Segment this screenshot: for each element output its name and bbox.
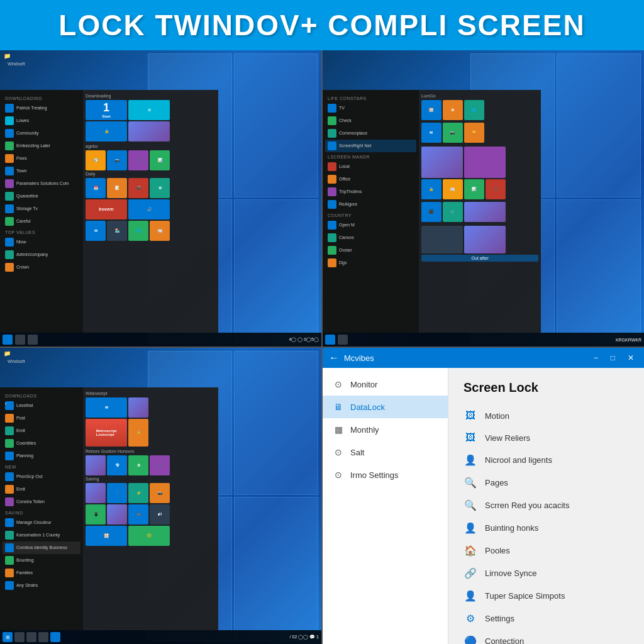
sidebar-item-irmo[interactable]: ⊙ Irmo Settings	[323, 464, 448, 486]
menu-item[interactable]: Karsomation 1 County	[3, 529, 80, 541]
tile[interactable]: ⚙	[150, 178, 170, 198]
menu-item[interactable]: PhonScp Out	[3, 470, 80, 483]
menu-item[interactable]: Ocean	[325, 244, 416, 257]
menu-item[interactable]: Nlow	[3, 236, 80, 248]
menu-item[interactable]: Emit	[3, 483, 80, 496]
menu-item[interactable]: Constra Tolten	[3, 496, 80, 508]
back-button[interactable]: ←	[329, 352, 339, 364]
settings-item-contection[interactable]: 🔵 Contection	[464, 630, 629, 644]
settings-item-buinting[interactable]: 👤 Buinting honks	[464, 517, 629, 540]
tile[interactable]: ⚡	[128, 483, 148, 503]
menu-item[interactable]: Crown	[3, 261, 80, 274]
menu-item[interactable]: Careful	[3, 215, 80, 228]
tile[interactable]: 📷	[150, 483, 170, 503]
tile[interactable]: ⊙	[128, 100, 170, 120]
menu-item[interactable]: Office	[325, 173, 416, 186]
settings-item-tuper[interactable]: 👤 Tuper Sapice Simpots	[464, 585, 629, 608]
minimize-button[interactable]: −	[590, 352, 602, 364]
menu-item[interactable]: Quarantine	[3, 190, 80, 203]
tile[interactable]: 🎮	[128, 504, 148, 525]
menu-item[interactable]: Commonplace	[325, 127, 416, 140]
menu-item[interactable]: Any Strahs	[3, 579, 80, 592]
settings-item-settings[interactable]: ⚙ Settings	[464, 608, 629, 630]
tile[interactable]: 👤	[107, 483, 127, 503]
sidebar-item-datalock[interactable]: 🖥 DataLock	[323, 396, 448, 418]
tile[interactable]	[464, 147, 506, 178]
menu-item[interactable]: TV	[325, 102, 416, 114]
tile[interactable]: 📊	[464, 179, 484, 199]
tile[interactable]: 🎬	[128, 178, 148, 198]
tile[interactable]: MetroscriptLostscript	[86, 419, 127, 447]
menu-item[interactable]: Fixes	[3, 152, 80, 165]
tile[interactable]: ✉	[421, 123, 441, 143]
menu-item[interactable]: • Lessthat	[3, 399, 80, 412]
sidebar-item-monthly[interactable]: ▦ Monthly	[323, 418, 448, 441]
tile[interactable]: 1 Start	[86, 100, 127, 120]
menu-item[interactable]: Town	[3, 165, 80, 177]
tile[interactable]: 📰	[443, 179, 463, 199]
tile[interactable]: 🎵	[150, 455, 170, 475]
maximize-button[interactable]: □	[607, 352, 619, 364]
menu-item[interactable]: Dgs	[325, 257, 416, 269]
settings-item-pages[interactable]: 🔍 Pages	[464, 472, 629, 494]
tile[interactable]: 🏪	[107, 221, 127, 241]
menu-item[interactable]: Open M	[325, 219, 416, 231]
menu-item[interactable]: Post	[3, 412, 80, 425]
tile[interactable]: 🪟	[86, 526, 127, 546]
menu-item[interactable]: Admin/company	[3, 248, 80, 261]
menu-item[interactable]: Embezzling Later	[3, 140, 80, 152]
tile[interactable]: ✉	[86, 221, 106, 241]
menu-item[interactable]: Coentitles	[3, 437, 80, 450]
tile[interactable]: 🌐	[464, 100, 484, 120]
tile[interactable]: 🔒	[421, 179, 441, 199]
tile[interactable]: 🏆	[464, 123, 484, 143]
tile[interactable]	[86, 455, 106, 475]
tile[interactable]	[128, 121, 170, 142]
menu-item[interactable]: Canvos	[325, 231, 416, 244]
tile[interactable]	[128, 397, 148, 418]
tile[interactable]: 🛒	[443, 202, 463, 222]
menu-item[interactable]: Planning	[3, 450, 80, 462]
menu-item[interactable]: Storage Tv	[3, 203, 80, 215]
tile[interactable]: 📷	[443, 123, 463, 143]
tile[interactable]: 🔊	[128, 199, 170, 219]
menu-item[interactable]: Patrick Treating	[3, 102, 80, 114]
tile[interactable]: 🟢	[128, 526, 170, 546]
sidebar-item-salt[interactable]: ⊙ Salt	[323, 441, 448, 464]
settings-item-motion[interactable]: 🖼 Motion	[464, 405, 629, 427]
tile[interactable]	[464, 202, 506, 222]
menu-item[interactable]: Emit	[3, 425, 80, 437]
close-button[interactable]: ✕	[624, 352, 638, 364]
tile[interactable]	[107, 504, 127, 525]
tile[interactable]: ⚙	[128, 455, 148, 475]
tile[interactable]: Irovern	[86, 199, 127, 219]
tile[interactable]: 🪟	[421, 100, 441, 120]
menu-item[interactable]: Check	[325, 114, 416, 127]
menu-item[interactable]: Paramaters Solutions Com	[3, 177, 80, 190]
tile[interactable]: 💎	[86, 150, 106, 170]
settings-item-view-reliers[interactable]: 🖼 View Reliers	[464, 427, 629, 449]
menu-item[interactable]: Families	[3, 567, 80, 579]
tile[interactable]: ⚙	[443, 100, 463, 120]
menu-item[interactable]: Community	[3, 127, 80, 140]
menu-item[interactable]: ScreenRight Net	[325, 140, 416, 152]
tile[interactable]	[464, 226, 506, 253]
tile[interactable]: 📰	[150, 221, 170, 241]
tile[interactable]: 🏷	[150, 504, 170, 525]
menu-item[interactable]: Bounting	[3, 554, 80, 567]
tile[interactable]: 🔒	[128, 419, 148, 447]
settings-item-nicrool[interactable]: 👤 Nicrool and ligents	[464, 449, 629, 472]
menu-item[interactable]: Lowes	[3, 114, 80, 127]
tile[interactable]: 🎵	[486, 179, 506, 199]
settings-item-screen-red[interactable]: 🔍 Scrren Red you acacits	[464, 494, 629, 517]
settings-item-lirnove[interactable]: 🔗 Lirnove Synce	[464, 562, 629, 585]
sidebar-item-monitor[interactable]: ⊙ Monitor	[323, 373, 448, 396]
tile[interactable]	[421, 226, 463, 253]
tile[interactable]: 📝	[107, 178, 127, 198]
tile[interactable]: 🔒	[86, 121, 127, 142]
settings-item-pooles[interactable]: 🏠 Pooles	[464, 540, 629, 562]
tile[interactable]: 📊	[150, 150, 170, 170]
menu-item[interactable]: TripTholims	[325, 186, 416, 198]
tile[interactable]: ⬛	[421, 202, 441, 222]
tile[interactable]	[421, 147, 463, 178]
